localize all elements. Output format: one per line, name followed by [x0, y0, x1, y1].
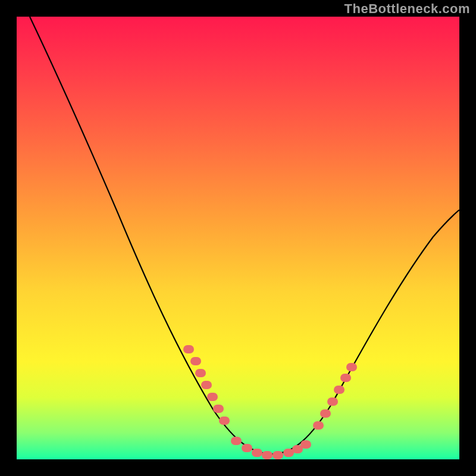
marker: [273, 451, 283, 459]
marker: [213, 405, 224, 413]
marker: [219, 416, 230, 425]
plot-area: [17, 17, 459, 459]
marker: [327, 397, 338, 406]
marker: [262, 451, 273, 459]
chart-svg: [17, 17, 459, 459]
marker: [300, 440, 311, 449]
bottleneck-curve: [30, 17, 459, 454]
marker: [201, 381, 212, 389]
marker: [195, 369, 206, 377]
marker: [231, 437, 242, 445]
marker: [313, 421, 324, 430]
marker: [320, 409, 331, 418]
marker: [242, 444, 252, 452]
marker: [207, 393, 218, 401]
watermark-label: TheBottleneck.com: [345, 1, 470, 17]
chart-frame: TheBottleneck.com: [0, 0, 476, 476]
marker: [183, 345, 194, 353]
marker: [334, 386, 345, 394]
marker: [346, 363, 357, 371]
marker: [252, 449, 262, 457]
marker: [340, 374, 351, 382]
marker: [190, 357, 201, 365]
